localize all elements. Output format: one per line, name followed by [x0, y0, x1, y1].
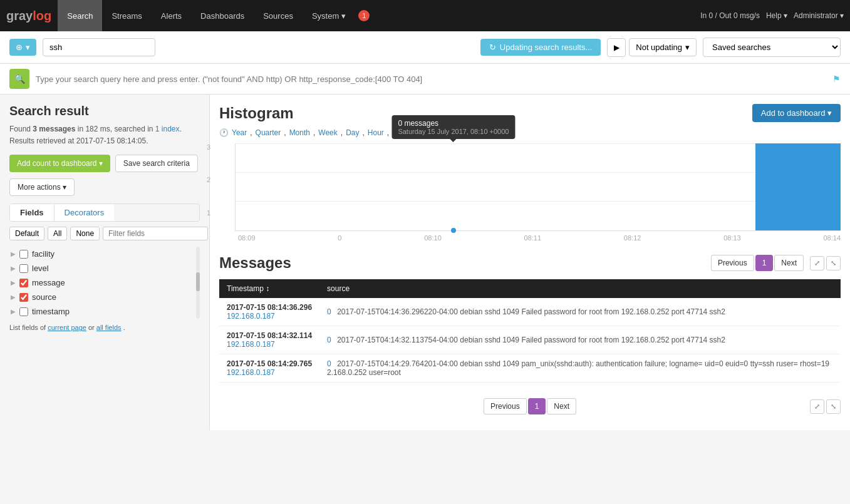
chart-bar-6[interactable] [755, 143, 841, 230]
fields-scroll: ▶ facility ▶ level ▶ message ▶ s [9, 247, 200, 319]
time-quarter[interactable]: Quarter [256, 128, 281, 137]
field-checkbox-source[interactable] [19, 293, 28, 302]
admin-dropdown-arrow: ▾ [840, 11, 844, 20]
tab-decorators[interactable]: Decorators [54, 204, 115, 221]
chart-container: 3 2 1 [219, 143, 841, 242]
filter-none-button[interactable]: None [70, 227, 100, 240]
time-year[interactable]: Year [232, 128, 247, 137]
table-row: 2017-07-15 08:14:36.296 192.168.0.187 0 … [219, 298, 841, 326]
logo-log: log [33, 9, 51, 23]
tab-fields[interactable]: Fields [10, 204, 54, 221]
histogram-section: Histogram Add to dashboard ▾ 🕐 Year, Qua… [219, 104, 841, 242]
index-link[interactable]: 1 index [155, 125, 180, 133]
query-input[interactable] [36, 71, 826, 88]
help-link[interactable]: Help ▾ [766, 11, 787, 20]
table-row: 2017-07-15 08:14:32.114 192.168.0.187 0 … [219, 326, 841, 354]
time-day[interactable]: Day [346, 128, 359, 137]
bookmark-icon[interactable]: ⚑ [832, 74, 841, 84]
chart-bar-4[interactable] [583, 143, 668, 230]
col-timestamp: Timestamp ↕ [219, 279, 319, 298]
nav-search[interactable]: Search [58, 0, 102, 31]
play-button[interactable]: ▶ [607, 38, 626, 57]
nav-alerts[interactable]: Alerts [152, 0, 191, 31]
time-week[interactable]: Week [318, 128, 337, 137]
scroll-thumb[interactable] [196, 272, 200, 291]
page-1-button-bottom[interactable]: 1 [528, 398, 546, 414]
search-type-button[interactable]: ⊕ ▾ [9, 39, 36, 56]
current-page-link[interactable]: current page [48, 324, 86, 331]
next-button-top[interactable]: Next [774, 255, 804, 271]
expand-button-top[interactable]: ⤢ [810, 256, 824, 270]
nav-streams[interactable]: Streams [102, 0, 151, 31]
field-checkbox-facility[interactable] [19, 250, 28, 259]
fields-list: ▶ facility ▶ level ▶ message ▶ s [9, 247, 200, 319]
field-label[interactable]: source [32, 292, 56, 302]
page-1-button-top[interactable]: 1 [755, 255, 774, 271]
previous-button-top[interactable]: Previous [711, 255, 754, 271]
field-arrow[interactable]: ▶ [11, 294, 16, 301]
search-type-icon: ⊕ [16, 43, 23, 52]
field-arrow[interactable]: ▶ [11, 265, 16, 272]
field-arrow[interactable]: ▶ [11, 250, 16, 257]
chart-bar-1[interactable] [325, 143, 410, 230]
time-month[interactable]: Month [289, 128, 310, 137]
not-updating-button[interactable]: Not updating ▾ [629, 38, 697, 56]
nav-badge: 1 [358, 10, 370, 21]
field-label[interactable]: level [32, 264, 49, 273]
field-arrow[interactable]: ▶ [11, 308, 16, 315]
nav-system[interactable]: System ▾ [303, 0, 355, 31]
chart-bar-2[interactable]: 0 messages Saturday 15 July 2017, 08:10 … [411, 143, 496, 230]
more-actions-button[interactable]: More actions ▾ [9, 178, 75, 196]
admin-link[interactable]: Administrator ▾ [794, 11, 844, 20]
help-dropdown-arrow: ▾ [784, 11, 787, 20]
chart-bar-3[interactable] [497, 143, 583, 230]
save-search-criteria-button[interactable]: Save search criteria [115, 155, 198, 172]
left-panel: Search result Found 3 messages in 182 ms… [0, 95, 210, 430]
expand-icons-bottom: ⤢ ⤡ [810, 399, 841, 414]
collapse-button-top[interactable]: ⤡ [826, 256, 841, 270]
search-result-title: Search result [9, 104, 200, 118]
search-input[interactable] [43, 38, 155, 56]
filter-fields-input[interactable] [103, 227, 208, 240]
filter-all-button[interactable]: All [48, 227, 67, 240]
add-to-dashboard-button[interactable]: Add to dashboard ▾ [752, 104, 841, 122]
filter-default-button[interactable]: Default [9, 227, 44, 240]
list-item: ▶ timestamp [9, 304, 200, 319]
chart-bar-5[interactable] [670, 143, 755, 230]
expand-button-bottom[interactable]: ⤢ [810, 399, 824, 414]
collapse-button-bottom[interactable]: ⤡ [826, 399, 841, 414]
msg-log-num-3[interactable]: 0 [327, 359, 331, 368]
list-item: ▶ level [9, 261, 200, 275]
all-fields-link[interactable]: all fields [96, 324, 122, 331]
query-search-button[interactable]: 🔍 [9, 69, 29, 89]
previous-button-bottom[interactable]: Previous [484, 398, 527, 414]
updating-button[interactable]: ↻ Updating search results... [480, 39, 601, 56]
top-nav: graylog Search Streams Alerts Dashboards… [0, 0, 850, 31]
nav-dashboards[interactable]: Dashboards [191, 0, 254, 31]
system-dropdown-arrow: ▾ [341, 11, 346, 21]
search-type-dropdown-arrow: ▾ [26, 43, 30, 52]
not-updating-group: ▶ Not updating ▾ [607, 38, 697, 57]
chart-bar-0[interactable] [239, 143, 324, 230]
logo-gray: gray [6, 9, 33, 23]
msg-log-num-2[interactable]: 0 [327, 336, 331, 344]
play-icon: ▶ [614, 43, 619, 52]
field-checkbox-level[interactable] [19, 264, 28, 273]
field-label[interactable]: facility [32, 249, 54, 259]
field-checkbox-message[interactable] [19, 279, 28, 287]
next-button-bottom[interactable]: Next [547, 398, 576, 414]
saved-searches-select[interactable]: Saved searches [703, 38, 841, 57]
msg-log-1: 0 2017-07-15T04:14:36.296220-04:00 debia… [319, 305, 841, 319]
action-buttons-row: Add count to dashboard ▾ Save search cri… [9, 155, 200, 172]
add-count-dashboard-button[interactable]: Add count to dashboard ▾ [9, 155, 110, 172]
msg-log-num-1[interactable]: 0 [327, 307, 331, 316]
field-label[interactable]: timestamp [32, 307, 70, 316]
field-arrow[interactable]: ▶ [11, 279, 16, 286]
right-panel: Histogram Add to dashboard ▾ 🕐 Year, Qua… [210, 95, 850, 430]
msg-timestamp-1: 2017-07-15 08:14:36.296 192.168.0.187 [219, 298, 319, 326]
field-checkbox-timestamp[interactable] [19, 307, 28, 316]
nav-sources[interactable]: Sources [254, 0, 303, 31]
pagination-bottom: Previous 1 Next [484, 398, 576, 414]
time-hour[interactable]: Hour [368, 128, 384, 137]
field-label[interactable]: message [32, 278, 65, 287]
